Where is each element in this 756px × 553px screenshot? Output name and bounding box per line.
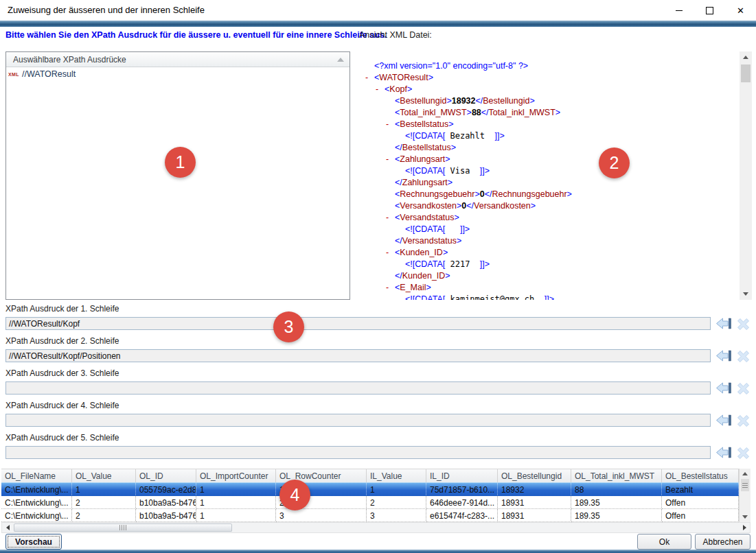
xpath-input-5[interactable]: [5, 446, 711, 459]
grid-column-header[interactable]: OL_Value: [72, 469, 136, 482]
x-icon[interactable]: [735, 380, 752, 396]
table-row[interactable]: C:\Entwicklung\...1055759ac-e2d8-...1117…: [1, 483, 739, 496]
grid-column-header[interactable]: OL_Bestellungid: [498, 469, 571, 482]
xpath-input-1[interactable]: //WATOResult/Kopf: [5, 317, 711, 330]
loop-field-label: XPath Ausdruck der 1. Schleife: [5, 304, 752, 314]
loop-field-label: XPath Ausdruck der 4. Schleife: [5, 401, 752, 411]
scroll-right-icon[interactable]: [739, 523, 750, 532]
table-cell: 3: [276, 509, 367, 522]
arrow-left-icon[interactable]: [715, 316, 733, 331]
table-cell: b10ba9a5-b476...: [136, 509, 196, 522]
table-cell: 1: [72, 483, 136, 496]
xml-token: Zahlungsart: [402, 178, 448, 187]
xml-view-label: Ansicht XML Datei:: [359, 30, 432, 40]
xml-collapse-dash[interactable]: -: [376, 84, 378, 95]
grid-column-header[interactable]: OL_Bestellstatus: [662, 469, 739, 482]
loop-field-label: XPath Ausdruck der 3. Schleife: [5, 368, 752, 379]
xml-token: <?xml version="1.0" encoding="utf-8" ?>: [374, 61, 528, 71]
xml-collapse-dash[interactable]: -: [386, 154, 389, 165]
xml-line: -<Bestellstatus>: [364, 119, 740, 130]
xml-scrollbar-thumb[interactable]: [741, 64, 751, 82]
xml-token: Bestellungid: [483, 96, 529, 106]
close-button[interactable]: ✕: [725, 0, 756, 21]
maximize-button[interactable]: [694, 0, 725, 21]
xml-token: </: [481, 108, 489, 117]
table-cell: 2: [72, 509, 136, 522]
table-cell: 189.35: [571, 496, 662, 509]
xml-line: -<Kunden_ID>: [364, 247, 740, 259]
x-icon[interactable]: [735, 348, 752, 364]
xpath-input-2[interactable]: //WATOResult/Kopf/Positionen: [5, 349, 711, 362]
xml-token: 0: [480, 189, 485, 199]
arrow-left-icon[interactable]: [715, 380, 733, 396]
grid-hscrollbar[interactable]: [1, 522, 751, 533]
xml-token: 2217: [445, 259, 480, 269]
scroll-up-icon[interactable]: [740, 51, 752, 63]
arrow-left-icon[interactable]: [715, 412, 733, 428]
scroll-left-icon[interactable]: [2, 523, 13, 532]
grid-column-header[interactable]: OL_FileName: [1, 469, 72, 482]
scroll-down-icon[interactable]: [740, 288, 752, 300]
title-bar[interactable]: Zuweisung der äusseren und der inneren S…: [0, 0, 756, 21]
arrow-left-icon[interactable]: [715, 348, 733, 364]
cancel-button[interactable]: Abbrechen: [695, 534, 751, 550]
xml-line: </Bestellstatus>: [364, 142, 740, 154]
table-cell: Bezahlt: [662, 483, 739, 496]
table-cell: 18932: [498, 483, 571, 496]
xml-line: <![CDATA[ ]]>: [364, 224, 740, 235]
xml-token: Versandstatus: [400, 213, 454, 222]
ok-button[interactable]: Ok: [637, 534, 691, 550]
xml-collapse-dash[interactable]: -: [386, 119, 389, 130]
xml-collapse-dash[interactable]: -: [386, 282, 389, 294]
table-row[interactable]: C:\Entwicklung\...2b10ba9a5-b476...133e6…: [1, 509, 739, 522]
preview-button[interactable]: Vorschau: [5, 534, 62, 550]
dialog-window: Zuweisung der äusseren und der inneren S…: [0, 0, 756, 553]
grid-column-header[interactable]: OL_ImportCounter: [196, 469, 276, 482]
xml-line: <![CDATA[ 2217 ]]>: [364, 259, 740, 270]
table-row[interactable]: C:\Entwicklung\...2b10ba9a5-b476...12264…: [1, 496, 739, 509]
grid-column-header[interactable]: OL_ID: [136, 469, 196, 482]
title-accent-strip: [0, 21, 756, 27]
grid-scrollbar[interactable]: [739, 469, 751, 522]
grid-scrollbar-thumb[interactable]: [741, 479, 749, 491]
loop-field-group-5: XPath Ausdruck der 5. Schleife: [5, 433, 752, 459]
grid-scroll-down-icon[interactable]: [740, 512, 751, 522]
close-icon: ✕: [737, 6, 744, 15]
table-cell: 1: [367, 483, 426, 496]
table-cell: 1: [196, 496, 276, 509]
list-item[interactable]: XML //WATOResult: [6, 67, 350, 79]
grid-hscrollbar-thumb[interactable]: [14, 523, 232, 532]
xml-token: E_Mail: [400, 283, 426, 292]
xml-token: >: [529, 96, 534, 106]
xml-collapse-dash[interactable]: -: [365, 72, 368, 84]
minimize-button[interactable]: [663, 0, 694, 21]
xml-token: ]]>: [480, 166, 490, 176]
xml-token: 18932: [452, 96, 476, 106]
x-icon[interactable]: [735, 445, 752, 460]
xml-token: >: [428, 73, 433, 82]
xml-token: >: [445, 154, 450, 164]
annotation-badge-4: 4: [279, 480, 310, 510]
x-icon[interactable]: [735, 412, 752, 428]
xpath-input-4[interactable]: [5, 414, 711, 427]
xml-line: </Kunden_ID>: [364, 270, 740, 282]
result-grid: OL_FileNameOL_ValueOL_IDOL_ImportCounter…: [1, 469, 751, 522]
xpath-list-header[interactable]: Auswählbare XPath Ausdrücke: [6, 52, 350, 67]
xml-token: <![CDATA[: [405, 224, 445, 234]
grid-column-header[interactable]: IL_ID: [426, 469, 498, 482]
xml-viewer: <?xml version="1.0" encoding="utf-8" ?>-…: [364, 51, 752, 300]
grid-column-header[interactable]: OL_Total_inkl_MWST: [571, 469, 662, 482]
grid-scroll-up-icon[interactable]: [740, 469, 751, 479]
xml-scrollbar[interactable]: [740, 51, 752, 300]
xml-collapse-dash[interactable]: -: [386, 247, 389, 259]
minimize-icon: [676, 10, 683, 11]
x-icon[interactable]: [735, 316, 752, 331]
xml-token: >: [451, 143, 456, 152]
xml-token: Total_inkl_MWST: [489, 108, 555, 117]
xml-collapse-dash[interactable]: -: [386, 212, 389, 224]
xpath-input-3[interactable]: [5, 381, 711, 395]
window-controls: ✕: [663, 0, 756, 21]
grid-column-header[interactable]: IL_Value: [367, 469, 426, 482]
arrow-left-icon[interactable]: [715, 445, 733, 460]
table-cell: C:\Entwicklung\...: [1, 496, 72, 509]
